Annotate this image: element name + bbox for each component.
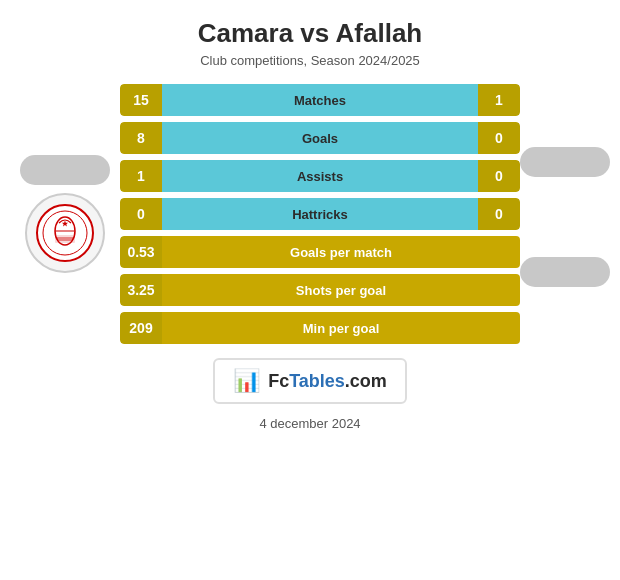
right-avatar-pill-top: [520, 147, 610, 177]
stat-left-shots-per-goal: 3.25: [120, 274, 162, 306]
left-team-logo: [25, 193, 105, 273]
stat-right-assists: 0: [478, 160, 520, 192]
stat-left-goals: 8: [120, 122, 162, 154]
stat-row-assists: 1 Assists 0: [120, 160, 520, 192]
left-avatars: [10, 155, 120, 273]
page-title: Camara vs Afallah: [198, 18, 422, 49]
stat-row-min-per-goal: 209 Min per goal: [120, 312, 520, 344]
footer-date: 4 december 2024: [259, 416, 360, 431]
stat-left-matches: 15: [120, 84, 162, 116]
stat-right-hattricks: 0: [478, 198, 520, 230]
svg-rect-5: [55, 235, 75, 243]
stat-right-matches: 1: [478, 84, 520, 116]
left-avatar-pill-top: [20, 155, 110, 185]
logo-text: FcTables.com: [268, 371, 387, 392]
stats-container: 15 Matches 1 8 Goals 0 1 Assists 0 0 Hat…: [120, 84, 520, 344]
stat-label-min-per-goal: Min per goal: [162, 312, 520, 344]
stat-label-shots-per-goal: Shots per goal: [162, 274, 520, 306]
subtitle: Club competitions, Season 2024/2025: [198, 53, 422, 68]
right-avatar-pill-bottom: [520, 257, 610, 287]
stat-label-goals: Goals: [162, 122, 478, 154]
stat-label-assists: Assists: [162, 160, 478, 192]
stat-row-goals: 8 Goals 0: [120, 122, 520, 154]
stat-label-goals-per-match: Goals per match: [162, 236, 520, 268]
stat-row-goals-per-match: 0.53 Goals per match: [120, 236, 520, 268]
logo-box: 📊 FcTables.com: [213, 358, 407, 404]
right-avatars: [520, 141, 610, 287]
main-content: 15 Matches 1 8 Goals 0 1 Assists 0 0 Hat…: [0, 74, 620, 344]
stat-row-shots-per-goal: 3.25 Shots per goal: [120, 274, 520, 306]
stat-row-hattricks: 0 Hattricks 0: [120, 198, 520, 230]
stat-label-matches: Matches: [162, 84, 478, 116]
stat-right-goals: 0: [478, 122, 520, 154]
stat-row-matches: 15 Matches 1: [120, 84, 520, 116]
stat-left-hattricks: 0: [120, 198, 162, 230]
header: Camara vs Afallah Club competitions, Sea…: [188, 0, 432, 74]
logo-icon: 📊: [233, 368, 260, 394]
stat-left-goals-per-match: 0.53: [120, 236, 162, 268]
stat-left-min-per-goal: 209: [120, 312, 162, 344]
logo-section: 📊 FcTables.com: [213, 358, 407, 404]
stat-label-hattricks: Hattricks: [162, 198, 478, 230]
stat-left-assists: 1: [120, 160, 162, 192]
